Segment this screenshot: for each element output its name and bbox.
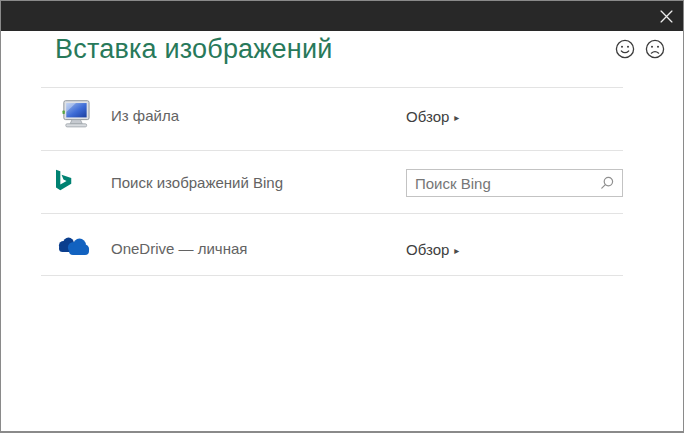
- close-icon: [660, 10, 673, 23]
- browse-from-file-link[interactable]: Обзор▸: [406, 108, 459, 125]
- send-smile-button[interactable]: [615, 39, 635, 59]
- browse-onedrive-link[interactable]: Обзор▸: [406, 241, 459, 258]
- separator: [41, 87, 623, 88]
- insert-pictures-dialog: Вставка изображений: [0, 0, 684, 433]
- browse-label: Обзор: [406, 241, 449, 258]
- separator: [41, 275, 623, 276]
- separator: [41, 213, 623, 214]
- title-bar: [1, 1, 683, 31]
- bing-search-input[interactable]: [407, 170, 622, 196]
- computer-icon: [59, 99, 91, 129]
- row-label-onedrive: OneDrive — личная: [111, 240, 247, 257]
- close-button[interactable]: [649, 1, 683, 31]
- bing-logo-icon: [56, 169, 72, 193]
- search-icon: [600, 176, 614, 190]
- dialog-title: Вставка изображений: [55, 34, 332, 65]
- browse-label: Обзор: [406, 108, 449, 125]
- search-button[interactable]: [594, 170, 620, 196]
- separator: [41, 150, 623, 151]
- bing-search-box: [406, 169, 623, 197]
- send-frown-button[interactable]: [645, 39, 665, 59]
- row-label-bing: Поиск изображений Bing: [111, 174, 283, 191]
- chevron-right-icon: ▸: [454, 112, 459, 123]
- frown-icon: [645, 39, 665, 59]
- row-label-from-file: Из файла: [111, 107, 179, 124]
- chevron-right-icon: ▸: [454, 245, 459, 256]
- smile-icon: [615, 39, 635, 59]
- onedrive-cloud-icon: [56, 235, 90, 257]
